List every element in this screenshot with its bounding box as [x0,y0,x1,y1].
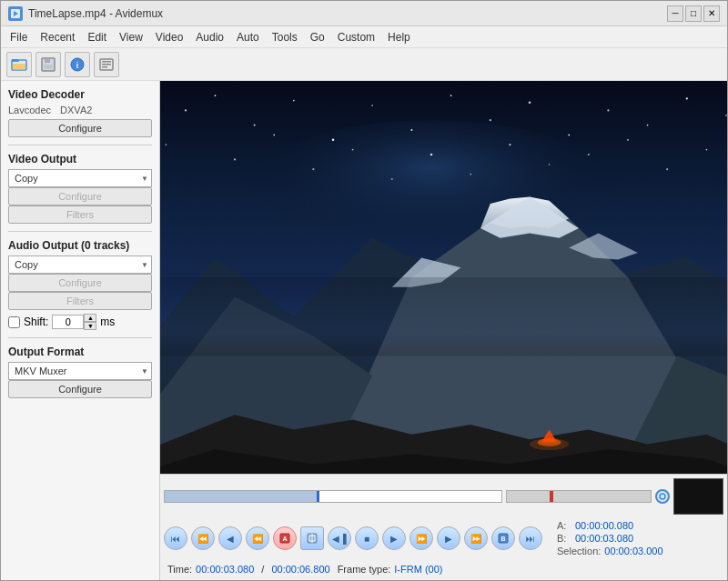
cut-button[interactable] [300,526,324,550]
shift-down-button[interactable]: ▼ [84,322,96,330]
main-content: Video Decoder Lavcodec DXVA2 Configure V… [1,81,727,580]
output-format-select-wrapper: MKV Muxer ▼ [8,362,152,380]
play-backward-button[interactable]: ◀▐ [328,526,351,550]
svg-point-18 [254,125,256,126]
svg-text:A: A [282,536,287,542]
svg-rect-13 [102,66,107,68]
prev-key-button[interactable]: ⏪ [191,526,215,550]
minimize-button[interactable]: ─ [667,5,683,22]
video-output-select[interactable]: Copy [8,169,152,187]
open-button[interactable] [6,52,32,77]
menu-edit[interactable]: Edit [82,29,112,45]
info-button[interactable]: i [65,52,90,77]
svg-point-24 [490,119,491,121]
menu-custom[interactable]: Custom [332,29,380,45]
duration-separator: / [261,564,264,575]
video-output-select-wrapper: Copy ▼ [8,169,152,187]
frame-type-label: Frame type: [338,564,391,575]
timeline-cursor [317,491,319,502]
properties-button[interactable] [94,52,119,77]
svg-point-43 [666,168,668,170]
svg-point-25 [529,101,531,104]
prev-10s-button[interactable]: ⏪ [246,526,269,550]
menu-video[interactable]: Video [150,29,188,45]
decoder-codec-label: Lavcodec [8,105,51,115]
svg-point-19 [293,100,295,102]
output-configure-button[interactable]: Configure [8,380,152,398]
mark-b-button[interactable]: B [491,526,515,550]
audio-filters-button[interactable]: Filters [8,292,152,310]
shift-input[interactable] [52,315,84,329]
save-button[interactable] [35,52,61,77]
maximize-button[interactable]: □ [685,5,702,22]
video-filters-button[interactable]: Filters [8,205,152,224]
play-forward-button[interactable]: ▶ [382,526,406,550]
goto-start-button[interactable]: ⏮ [164,526,187,550]
right-info-panel: A: 00:00:00.080 B: 00:00:03.080 Selectio… [555,518,723,558]
decoder-configure-button[interactable]: Configure [8,119,152,137]
svg-point-59 [660,494,665,499]
stop-button[interactable]: ■ [355,526,379,550]
playback-row: ⏮ ⏪ ◀ ⏪ A [164,518,723,558]
audio-output-select-wrapper: Copy ▼ [8,255,152,274]
svg-point-36 [391,178,393,180]
svg-point-41 [588,154,590,155]
divider1 [8,145,152,145]
current-time: 00:00:03.080 [196,564,254,575]
video-output-title: Video Output [8,153,152,165]
timeline-row [164,478,723,515]
svg-point-20 [332,139,335,142]
preview-thumbnail [673,478,723,515]
video-configure-button[interactable]: Configure [8,187,152,205]
svg-rect-11 [102,61,111,63]
svg-point-42 [627,139,629,141]
shift-up-button[interactable]: ▲ [84,314,96,322]
menu-bar: File Recent Edit View Video Audio Auto T… [1,26,727,48]
main-window: TimeLapse.mp4 - Avidemux ─ □ ✕ File Rece… [0,0,728,581]
menu-view[interactable]: View [114,29,148,45]
svg-point-39 [509,144,511,145]
shift-unit-label: ms [100,316,115,328]
timeline-bar[interactable] [164,490,502,503]
menu-go[interactable]: Go [305,29,330,45]
prev-frame-button[interactable]: ◀ [218,526,242,550]
mini-cursor [550,491,553,502]
next-10s-button[interactable]: ⏩ [410,526,433,550]
audio-output-select[interactable]: Copy [8,255,152,274]
svg-point-32 [234,158,236,160]
menu-auto[interactable]: Auto [231,29,265,45]
time-label: Time: 00:00:03.080 [167,564,254,575]
a-timecode: 00:00:00.080 [575,520,633,531]
svg-point-17 [215,95,217,96]
svg-point-28 [647,125,649,126]
window-title: TimeLapse.mp4 - Avidemux [28,7,163,20]
svg-point-30 [725,115,727,116]
shift-checkbox[interactable] [8,316,20,328]
toolbar: i [1,48,727,81]
next-frame-button[interactable]: ▶ [437,526,460,550]
selection-value: 00:00:03.000 [604,546,662,556]
timeline-progress [165,491,317,502]
audio-output-title: Audio Output (0 tracks) [8,239,152,252]
menu-help[interactable]: Help [382,29,416,45]
frame-type-value: I-FRM (00) [394,564,442,575]
goto-end-button[interactable]: ⏭ [519,526,542,550]
audio-configure-button[interactable]: Configure [8,274,152,292]
b-timecode: 00:00:03.080 [575,533,633,544]
menu-audio[interactable]: Audio [190,29,229,45]
menu-recent[interactable]: Recent [35,29,80,45]
close-button[interactable]: ✕ [703,5,720,22]
svg-point-16 [185,109,187,111]
next-key-button[interactable]: ⏩ [464,526,488,550]
title-bar: TimeLapse.mp4 - Avidemux ─ □ ✕ [1,1,727,26]
menu-tools[interactable]: Tools [267,29,303,45]
video-decoder-title: Video Decoder [8,88,152,101]
mini-timeline[interactable] [506,490,652,503]
svg-rect-12 [102,64,111,65]
output-format-select[interactable]: MKV Muxer [8,362,152,380]
menu-file[interactable]: File [5,29,33,45]
svg-point-29 [686,97,688,99]
mark-a-button[interactable]: A [273,526,297,550]
scrub-indicator[interactable] [655,489,670,504]
svg-point-40 [549,164,551,165]
